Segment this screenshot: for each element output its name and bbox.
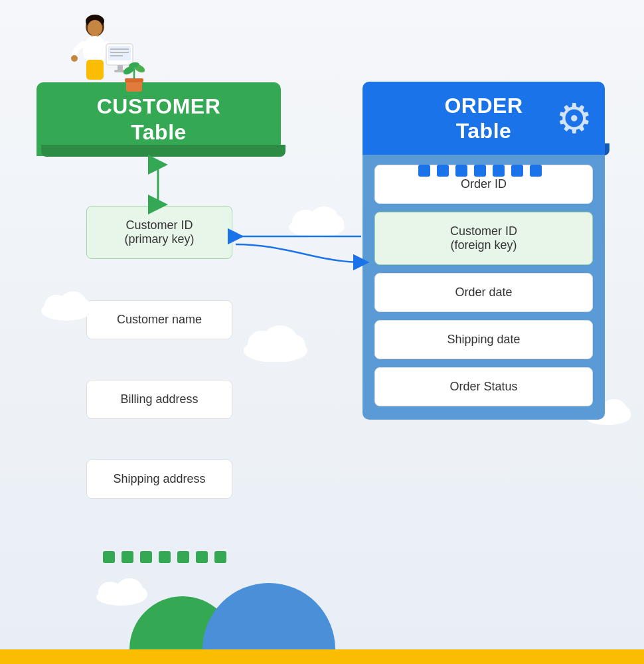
svg-rect-20	[125, 78, 143, 82]
customer-name-container: Customer name	[86, 300, 232, 339]
billing-address-field: Billing address	[86, 380, 232, 419]
shipping-date-field: Shipping date	[374, 320, 593, 359]
svg-point-6	[88, 20, 102, 36]
svg-point-36	[323, 214, 344, 233]
green-dot-7	[214, 551, 226, 563]
blue-dot-1	[418, 165, 430, 177]
order-status-field: Order Status	[374, 367, 593, 406]
gear-icon: ⚙	[556, 94, 593, 143]
customer-id-fk-field: Customer ID(foreign key)	[374, 212, 593, 265]
shipping-address-field: Shipping address	[86, 459, 232, 499]
order-table-title: ORDER Table	[444, 93, 523, 144]
cloud-bottom-left	[93, 578, 149, 606]
customer-id-primary-container: Customer ID(primary key)	[86, 206, 232, 259]
order-table-header: ORDER Table ⚙	[362, 82, 605, 155]
billing-address-container: Billing address	[86, 380, 232, 419]
green-dot-5	[177, 551, 189, 563]
green-dots-row	[103, 551, 226, 563]
blue-dot-4	[474, 165, 486, 177]
green-dot-4	[159, 551, 171, 563]
blue-dot-7	[530, 165, 542, 177]
blue-dot-2	[437, 165, 449, 177]
bottom-bar	[0, 649, 644, 664]
blue-dot-6	[511, 165, 523, 177]
plant-decoration	[121, 58, 147, 92]
cloud-left-mid	[37, 291, 96, 321]
blue-dot-5	[493, 165, 505, 177]
customer-id-primary-field: Customer ID(primary key)	[86, 206, 232, 259]
order-dots-row	[418, 165, 542, 177]
customer-table-title: CUSTOMER Table	[97, 94, 221, 145]
svg-point-44	[129, 586, 147, 602]
customer-table-shadow	[41, 145, 285, 157]
cloud-center-top	[285, 206, 349, 238]
blue-dot-3	[455, 165, 467, 177]
green-dot-1	[103, 551, 115, 563]
svg-point-32	[282, 335, 305, 356]
green-dot-6	[196, 551, 208, 563]
order-table-body: Order ID Customer ID(foreign key) Order …	[362, 155, 605, 420]
customer-name-field: Customer name	[86, 300, 232, 339]
svg-point-28	[72, 299, 92, 316]
order-date-field: Order date	[374, 273, 593, 312]
green-dot-3	[140, 551, 152, 563]
svg-point-11	[71, 55, 78, 62]
green-dot-2	[121, 551, 133, 563]
cloud-center	[239, 325, 312, 362]
svg-rect-10	[86, 60, 104, 80]
shipping-address-container: Shipping address	[86, 459, 232, 499]
svg-point-40	[613, 406, 631, 422]
